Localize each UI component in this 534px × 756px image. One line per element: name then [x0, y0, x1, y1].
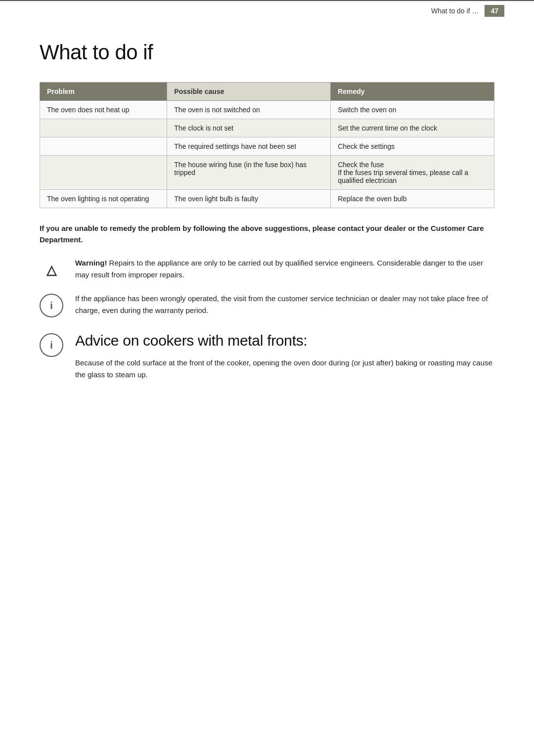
- info1-icon: i: [40, 294, 63, 317]
- warning-icon: △: [40, 258, 63, 282]
- table-row: The oven lighting is not operatingThe ov…: [40, 190, 494, 208]
- table-cell-remedy: Check the settings: [331, 137, 494, 156]
- table-cell-cause: The required settings have not been set: [167, 137, 331, 156]
- table-cell-cause: The oven is not switched on: [167, 101, 331, 119]
- table-cell-problem: [40, 137, 167, 156]
- col-header-problem: Problem: [40, 83, 167, 101]
- table-row: The clock is not setSet the current time…: [40, 119, 494, 137]
- table-cell-problem: [40, 119, 167, 137]
- advice-icon-row: i Advice on cookers with metal fronts: B…: [40, 332, 494, 381]
- advice-title: Advice on cookers with metal fronts:: [75, 332, 494, 349]
- table-cell-cause: The oven light bulb is faulty: [167, 190, 331, 208]
- table-row: The required settings have not been setC…: [40, 137, 494, 156]
- info1-row: i If the appliance has been wrongly oper…: [40, 293, 494, 317]
- table-cell-problem: [40, 156, 167, 190]
- table-row: The house wiring fuse (in the fuse box) …: [40, 156, 494, 190]
- page-number-box: 47: [485, 5, 504, 17]
- notice-bold: If you are unable to remedy the problem …: [40, 223, 494, 245]
- table-cell-problem: The oven lighting is not operating: [40, 190, 167, 208]
- table-cell-remedy: Check the fuseIf the fuses trip several …: [331, 156, 494, 190]
- warning-body: Repairs to the appliance are only to be …: [75, 259, 483, 279]
- warning-row: △ Warning! Repairs to the appliance are …: [40, 257, 494, 282]
- header-bar: What to do if … 47: [0, 0, 534, 21]
- info1-text: If the appliance has been wrongly operat…: [75, 293, 494, 316]
- warning-label: Warning!: [75, 259, 109, 267]
- col-header-cause: Possible cause: [167, 83, 331, 101]
- table-cell-remedy: Set the current time on the clock: [331, 119, 494, 137]
- table-cell-problem: The oven does not heat up: [40, 101, 167, 119]
- advice-section: i Advice on cookers with metal fronts: B…: [40, 332, 494, 381]
- troubleshoot-table: Problem Possible cause Remedy The oven d…: [40, 82, 494, 208]
- table-cell-remedy: Replace the oven bulb: [331, 190, 494, 208]
- warning-text: Warning! Repairs to the appliance are on…: [75, 257, 494, 281]
- col-header-remedy: Remedy: [331, 83, 494, 101]
- page-title: What to do if: [40, 41, 494, 64]
- table-cell-remedy: Switch the oven on: [331, 101, 494, 119]
- header-title: What to do if …: [431, 7, 479, 15]
- table-row: The oven does not heat upThe oven is not…: [40, 101, 494, 119]
- table-cell-cause: The clock is not set: [167, 119, 331, 137]
- advice-text: Because of the cold surface at the front…: [75, 357, 494, 381]
- advice-content: Advice on cookers with metal fronts: Bec…: [75, 332, 494, 381]
- table-cell-cause: The house wiring fuse (in the fuse box) …: [167, 156, 331, 190]
- advice-icon: i: [40, 333, 63, 357]
